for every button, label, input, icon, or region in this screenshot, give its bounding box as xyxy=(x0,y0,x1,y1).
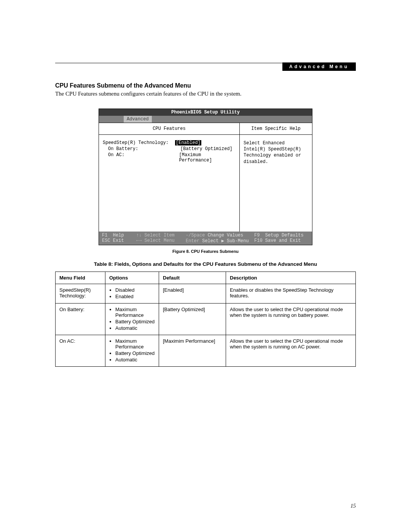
figure-caption: Figure 8. CPU Features Submenu xyxy=(55,249,356,254)
bios-setting-value: [Battery Optimized] xyxy=(180,146,233,152)
table-row: On AC: Maximum Performance Battery Optim… xyxy=(56,335,356,367)
bios-setting-label: SpeedStep(R) Technology: xyxy=(103,140,175,145)
option-item: Battery Optimized xyxy=(115,319,155,324)
option-item: Battery Optimized xyxy=(115,350,155,356)
bios-key-minus-space: -/Space xyxy=(186,233,205,238)
option-item: Automatic xyxy=(115,357,155,363)
cell-menu-field: SpeedStep(R) Technology: xyxy=(56,284,105,304)
option-item: Enabled xyxy=(115,294,155,299)
option-item: Automatic xyxy=(115,325,155,331)
cell-options: Disabled Enabled xyxy=(105,284,159,304)
cell-default: [Maximim Performance] xyxy=(159,335,226,367)
bios-setting-value-selected: [Enabled] xyxy=(175,140,201,145)
col-menu-field: Menu Field xyxy=(56,272,105,284)
col-options: Options xyxy=(105,272,159,284)
bios-key-label: Select ▶ Sub-Menu xyxy=(202,238,249,244)
bios-key-label: Help xyxy=(113,233,124,238)
intro-paragraph: The CPU Features submenu configures cert… xyxy=(55,91,356,97)
bios-key-f1: F1 xyxy=(102,233,107,238)
option-item: Maximum Performance xyxy=(115,338,155,350)
bios-footer-row: F1 Help ↑↓ Select Item -/Space Change Va… xyxy=(102,233,309,238)
arrow-leftright-icon: ←→ xyxy=(136,238,142,243)
bios-footer: F1 Help ↑↓ Select Item -/Space Change Va… xyxy=(99,232,312,245)
bios-key-label: Exit xyxy=(113,238,124,243)
bios-body: CPU Features SpeedStep(R) Technology: [E… xyxy=(99,123,312,232)
bios-left-header: CPU Features xyxy=(99,123,239,135)
cell-menu-field: On AC: xyxy=(56,335,105,367)
header-tab: Advanced Menu xyxy=(282,62,356,71)
arrow-updown-icon: ↑↓ xyxy=(136,233,142,238)
bios-setting-value: [Maximum Performance] xyxy=(179,152,236,163)
option-item: Disabled xyxy=(115,287,155,293)
bios-tab-advanced: Advanced xyxy=(124,116,152,123)
table-caption: Table 8: Fields, Options and Defaults fo… xyxy=(55,261,356,267)
bios-right-header: Item Specific Help xyxy=(240,123,312,135)
bios-key-esc: ESC xyxy=(102,238,110,243)
bios-key-label: Setup Defaults xyxy=(265,233,304,238)
bios-setting-label: On AC: xyxy=(103,152,179,163)
bios-key-f10: F10 xyxy=(254,238,263,243)
bios-help-text: Select Enhanced Intel(R) SpeedStep(R) Te… xyxy=(240,135,312,170)
page-number: 15 xyxy=(350,503,356,509)
cell-description: Allows the user to select the CPU operat… xyxy=(226,335,356,367)
table-header-row: Menu Field Options Default Description xyxy=(56,272,356,284)
bios-key-enter: Enter xyxy=(186,238,199,244)
bios-setting-row: On AC: [Maximum Performance] xyxy=(103,152,236,163)
table-row: SpeedStep(R) Technology: Disabled Enable… xyxy=(56,284,356,304)
cell-menu-field: On Battery: xyxy=(56,304,105,335)
option-item: Maximum Performance xyxy=(115,307,155,318)
cell-description: Allows the user to select the CPU operat… xyxy=(226,304,356,335)
bios-key-label: Select Item xyxy=(145,233,175,238)
table-row: On Battery: Maximum Performance Battery … xyxy=(56,304,356,335)
bios-left-pane: CPU Features SpeedStep(R) Technology: [E… xyxy=(99,123,240,232)
cell-options: Maximum Performance Battery Optimized Au… xyxy=(105,304,159,335)
col-description: Description xyxy=(226,272,356,284)
document-page: Advanced Menu CPU Features Submenu of th… xyxy=(0,0,411,532)
bios-setting-row: SpeedStep(R) Technology: [Enabled] xyxy=(103,140,236,145)
bios-tab-row: Advanced xyxy=(99,116,312,123)
bios-right-pane: Item Specific Help Select Enhanced Intel… xyxy=(240,123,312,232)
bios-screenshot: PhoenixBIOS Setup Utility Advanced CPU F… xyxy=(99,109,312,245)
bios-key-f9: F9 xyxy=(254,233,260,238)
cell-default: [Enabled] xyxy=(159,284,226,304)
section-heading: CPU Features Submenu of the Advanced Men… xyxy=(55,82,356,89)
bios-key-label: Select Menu xyxy=(145,238,175,243)
bios-key-label: Change Values xyxy=(208,233,244,238)
cell-description: Enables or disables the SpeedStep Techno… xyxy=(226,284,356,304)
bios-title: PhoenixBIOS Setup Utility xyxy=(99,109,312,116)
bios-key-label: Save and Exit xyxy=(265,238,301,243)
cell-options: Maximum Performance Battery Optimized Au… xyxy=(105,335,159,367)
fields-table: Menu Field Options Default Description S… xyxy=(55,272,356,367)
cell-default: [Battery Optimized] xyxy=(159,304,226,335)
bios-footer-row: ESC Exit ←→ Select Menu Enter Select ▶ S… xyxy=(102,238,309,244)
col-default: Default xyxy=(159,272,226,284)
bios-setting-row: On Battery: [Battery Optimized] xyxy=(103,146,236,152)
bios-settings-list: SpeedStep(R) Technology: [Enabled] On Ba… xyxy=(99,135,239,232)
bios-setting-label: On Battery: xyxy=(103,146,180,152)
